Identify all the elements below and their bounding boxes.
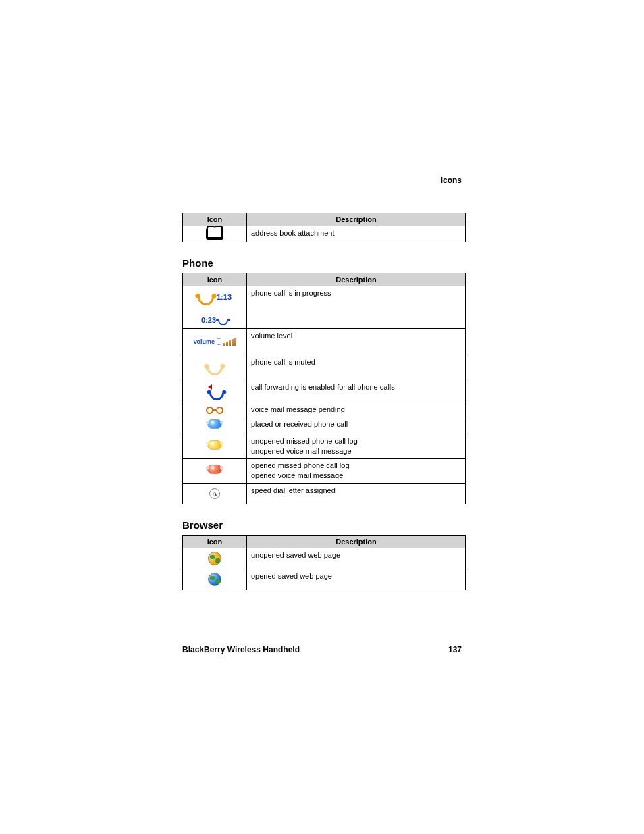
- icon-cell: [183, 380, 247, 402]
- icon-cell: [183, 417, 247, 434]
- volume-label: Volume: [193, 338, 215, 346]
- table-row: opened saved web page: [183, 569, 466, 590]
- opened-saved-page-icon: [208, 573, 221, 586]
- placed-received-call-icon: [207, 419, 222, 432]
- table-row: unopened missed phone call log unopened …: [183, 434, 466, 459]
- description-cell: voice mail message pending: [247, 402, 466, 417]
- voicemail-pending-icon: [206, 407, 223, 414]
- table-row: opened missed phone call log opened voic…: [183, 459, 466, 484]
- table-header-row: Icon Description: [183, 536, 466, 548]
- description-cell: opened saved web page: [247, 569, 466, 590]
- desc-line: opened missed phone call log: [251, 461, 350, 469]
- description-cell: placed or received phone call: [247, 417, 466, 434]
- table-row: A speed dial letter assigned: [183, 484, 466, 504]
- address-book-icon: [206, 228, 223, 240]
- icon-cell: [183, 402, 247, 417]
- col-header-icon: Icon: [183, 273, 247, 286]
- table-header-row: Icon Description: [183, 213, 466, 226]
- description-cell: call forwarding is enabled for all phone…: [247, 380, 466, 402]
- table-row: unopened saved web page: [183, 548, 466, 569]
- col-header-description: Description: [247, 273, 466, 286]
- desc-line: unopened voice mail message: [251, 447, 352, 455]
- icon-cell: Volume + –: [183, 329, 247, 355]
- col-header-description: Description: [247, 536, 466, 548]
- table-row: call forwarding is enabled for all phone…: [183, 380, 466, 402]
- description-cell: phone call is muted: [247, 355, 466, 380]
- footer: BlackBerry Wireless Handheld 137: [182, 645, 462, 658]
- icon-cell: [183, 355, 247, 380]
- table-row: placed or received phone call: [183, 417, 466, 434]
- description-cell: unopened missed phone call log unopened …: [247, 434, 466, 459]
- description-cell: volume level: [247, 329, 466, 355]
- call-muted-icon: [203, 356, 226, 379]
- description-cell: address book attachment: [247, 226, 466, 242]
- unopened-saved-page-icon: [208, 552, 221, 565]
- call-in-progress-icon: 1:13: [198, 289, 232, 305]
- table-row: voice mail message pending: [183, 402, 466, 417]
- icon-cell: A: [183, 484, 247, 504]
- table-row: address book attachment: [183, 226, 466, 242]
- footer-product: BlackBerry Wireless Handheld: [182, 645, 300, 654]
- table-row: Volume + – volume level: [183, 329, 466, 355]
- mini-handset-icon: [216, 313, 230, 328]
- browser-table: Icon Description unopened saved web page…: [182, 535, 466, 590]
- desc-line: opened voice mail message: [251, 471, 343, 479]
- opened-missed-call-icon: [207, 465, 222, 477]
- speed-dial-icon: A: [209, 488, 220, 499]
- spacer: [182, 176, 462, 213]
- table-row: phone call is muted: [183, 355, 466, 380]
- call-timer-text: 1:13: [217, 292, 232, 303]
- description-cell: unopened saved web page: [247, 548, 466, 569]
- phone-heading: Phone: [182, 257, 462, 269]
- volume-bars-icon: [223, 338, 236, 346]
- icon-cell: [183, 548, 247, 569]
- browser-heading: Browser: [182, 519, 462, 531]
- phone-table: Icon Description 1:13 0:23 phone: [182, 273, 466, 504]
- description-cell: speed dial letter assigned: [247, 484, 466, 504]
- footer-page-number: 137: [448, 645, 462, 654]
- volume-level-icon: Volume + –: [193, 336, 236, 347]
- call-forwarding-icon: [208, 385, 221, 397]
- col-header-icon: Icon: [183, 536, 247, 548]
- call-timer-icon: 0:23: [201, 315, 228, 325]
- description-cell: phone call is in progress: [247, 286, 466, 329]
- col-header-description: Description: [247, 213, 466, 226]
- icon-cell: [183, 459, 247, 484]
- col-header-icon: Icon: [183, 213, 247, 226]
- header-section-title: Icons: [441, 176, 462, 185]
- table-header-row: Icon Description: [183, 273, 466, 286]
- call-timer-value: 0:23: [201, 315, 216, 325]
- handset-icon: [194, 286, 217, 309]
- desc-line: unopened missed phone call log: [251, 437, 358, 445]
- description-cell: opened missed phone call log opened voic…: [247, 459, 466, 484]
- volume-marks: + –: [217, 336, 221, 347]
- unopened-missed-call-icon: [207, 440, 222, 452]
- icon-cell: [183, 226, 247, 242]
- attachments-table: Icon Description address book attachment: [182, 213, 466, 242]
- icon-cell: [183, 569, 247, 590]
- icon-cell: 1:13 0:23: [183, 286, 247, 329]
- page: Icons Icon Description address book atta…: [0, 0, 644, 834]
- icon-cell: [183, 434, 247, 459]
- volume-minus: –: [217, 342, 221, 347]
